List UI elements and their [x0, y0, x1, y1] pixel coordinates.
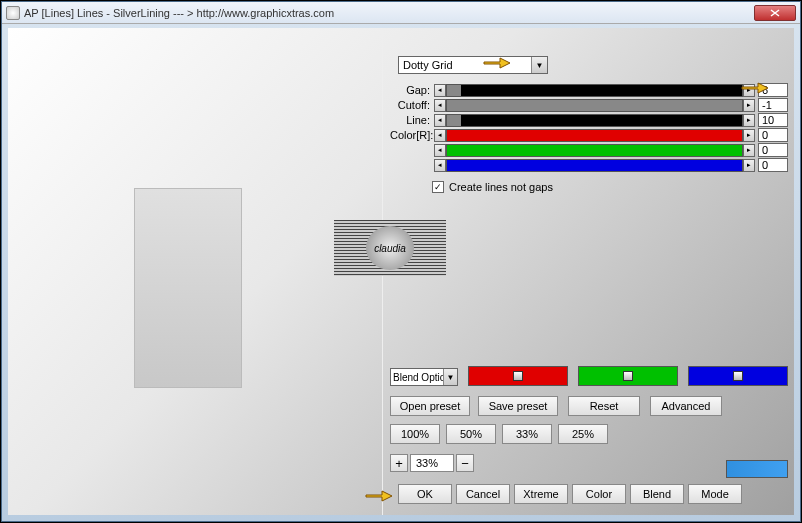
line-value[interactable]: 10 [758, 113, 788, 127]
color-r-label: Color[R]: [390, 129, 434, 141]
mode-button[interactable]: Mode [688, 484, 742, 504]
cutoff-slider[interactable] [446, 99, 743, 112]
close-button[interactable] [754, 5, 796, 21]
titlebar: AP [Lines] Lines - SilverLining --- > ht… [2, 2, 800, 24]
color-g-increment[interactable]: ▸ [743, 144, 755, 157]
watermark-globe: claudia [366, 226, 414, 270]
blend-dropdown[interactable]: Blend Optio ▼ [390, 368, 458, 386]
color-r-increment[interactable]: ▸ [743, 129, 755, 142]
color-button[interactable]: Color [572, 484, 626, 504]
preset-selected: Dotty Grid [403, 59, 453, 71]
color-b-slider[interactable] [446, 159, 743, 172]
create-lines-label: Create lines not gaps [449, 181, 553, 193]
color-r-decrement[interactable]: ◂ [434, 129, 446, 142]
color-g-slider-row: ◂ ▸ 0 [390, 143, 788, 157]
slider-thumb [623, 371, 633, 381]
preset-dropdown[interactable]: Dotty Grid ▼ [398, 56, 548, 74]
color-b-decrement[interactable]: ◂ [434, 159, 446, 172]
app-icon [6, 6, 20, 20]
cutoff-label: Cutoff: [390, 99, 434, 111]
color-b-slider-row: ◂ ▸ 0 [390, 158, 788, 172]
line-increment[interactable]: ▸ [743, 114, 755, 127]
blend-selected: Blend Optio [393, 372, 445, 383]
gap-label: Gap: [390, 84, 434, 96]
zoom-decrease-button[interactable]: − [456, 454, 474, 472]
controls-pane: Dotty Grid ▼ Gap: ◂ ▸ 6 Cutoff: ◂ ▸ [386, 28, 794, 515]
line-slider-row: Line: ◂ ▸ 10 [390, 113, 788, 127]
color-g-value[interactable]: 0 [758, 143, 788, 157]
pointer-hand-icon [740, 78, 770, 96]
preview-pane [8, 28, 382, 515]
preview-rectangle [134, 188, 242, 388]
color-r-value[interactable]: 0 [758, 128, 788, 142]
cutoff-increment[interactable]: ▸ [743, 99, 755, 112]
color-g-decrement[interactable]: ◂ [434, 144, 446, 157]
zoom-increase-button[interactable]: + [390, 454, 408, 472]
blend-button[interactable]: Blend [630, 484, 684, 504]
watermark: claudia [334, 220, 446, 276]
app-window: AP [Lines] Lines - SilverLining --- > ht… [1, 1, 801, 522]
create-lines-checkbox[interactable]: ✓ [432, 181, 444, 193]
color-r-slider-row: Color[R]: ◂ ▸ 0 [390, 128, 788, 142]
pointer-hand-icon [482, 53, 512, 71]
zoom-33-button[interactable]: 33% [502, 424, 552, 444]
advanced-button[interactable]: Advanced [650, 396, 722, 416]
zoom-25-button[interactable]: 25% [558, 424, 608, 444]
green-adjust-slider[interactable] [578, 366, 678, 386]
cutoff-slider-row: Cutoff: ◂ ▸ -1 [390, 98, 788, 112]
chevron-down-icon: ▼ [443, 369, 457, 385]
zoom-value[interactable]: 33% [410, 454, 454, 472]
save-preset-button[interactable]: Save preset [478, 396, 558, 416]
open-preset-button[interactable]: Open preset [390, 396, 470, 416]
slider-thumb [513, 371, 523, 381]
blue-adjust-slider[interactable] [688, 366, 788, 386]
pointer-hand-icon [364, 486, 394, 504]
cutoff-decrement[interactable]: ◂ [434, 99, 446, 112]
color-g-slider[interactable] [446, 144, 743, 157]
red-adjust-slider[interactable] [468, 366, 568, 386]
color-b-value[interactable]: 0 [758, 158, 788, 172]
gap-slider-row: Gap: ◂ ▸ 6 [390, 83, 788, 97]
ok-button[interactable]: OK [398, 484, 452, 504]
reset-button[interactable]: Reset [568, 396, 640, 416]
watermark-text: claudia [374, 243, 406, 254]
gap-decrement[interactable]: ◂ [434, 84, 446, 97]
window-title: AP [Lines] Lines - SilverLining --- > ht… [24, 7, 754, 19]
close-icon [770, 9, 780, 17]
xtreme-button[interactable]: Xtreme [514, 484, 568, 504]
color-r-slider[interactable] [446, 129, 743, 142]
zoom-stepper: + 33% − [390, 454, 474, 472]
content-area: Dotty Grid ▼ Gap: ◂ ▸ 6 Cutoff: ◂ ▸ [8, 28, 794, 515]
zoom-100-button[interactable]: 100% [390, 424, 440, 444]
line-decrement[interactable]: ◂ [434, 114, 446, 127]
chevron-down-icon: ▼ [531, 57, 547, 73]
cancel-button[interactable]: Cancel [456, 484, 510, 504]
color-swatch[interactable] [726, 460, 788, 478]
slider-thumb [733, 371, 743, 381]
cutoff-value[interactable]: -1 [758, 98, 788, 112]
zoom-50-button[interactable]: 50% [446, 424, 496, 444]
create-lines-checkbox-row: ✓ Create lines not gaps [432, 181, 553, 193]
gap-slider[interactable] [446, 84, 743, 97]
line-label: Line: [390, 114, 434, 126]
color-b-increment[interactable]: ▸ [743, 159, 755, 172]
line-slider[interactable] [446, 114, 743, 127]
